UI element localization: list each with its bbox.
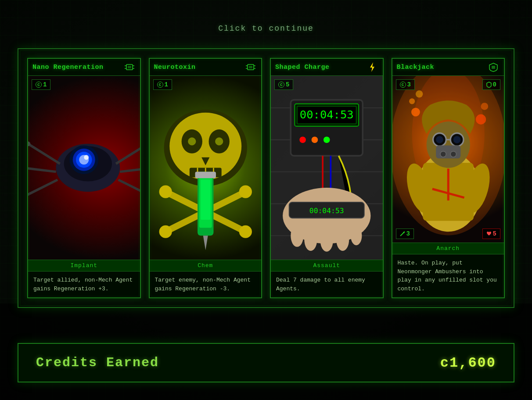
card-neurotoxin[interactable]: Neurotoxin	[149, 58, 262, 298]
card-header-blackjack: Blackjack	[392, 59, 504, 76]
card-image-shaped-charge: 00:04:53 00:04:53	[271, 76, 383, 260]
svg-point-91	[453, 136, 460, 143]
svg-point-13	[84, 155, 89, 160]
cost-value-nano: 1	[43, 81, 47, 88]
card-header-shaped-charge: Shaped Charge	[271, 59, 383, 76]
svg-rect-51	[201, 180, 210, 220]
svg-rect-93	[436, 146, 460, 159]
svg-text:00:04:53: 00:04:53	[300, 108, 354, 121]
svg-point-48	[239, 225, 252, 238]
card-type-blackjack: Anarch	[392, 243, 504, 254]
card-title-neurotoxin: Neurotoxin	[154, 64, 196, 71]
click-to-continue[interactable]: Click to continue	[218, 24, 314, 33]
svg-point-100	[481, 103, 488, 110]
svg-point-77	[351, 226, 362, 245]
cost-stat-neuro: c 1	[153, 79, 172, 90]
card-nano-regen[interactable]: Nano Regeneration	[27, 58, 141, 298]
card-desc-charge: Deal 7 damage to all enemy Agents.	[271, 271, 383, 297]
shield-stat-blackjack: 0	[482, 79, 500, 90]
svg-point-37	[188, 137, 196, 145]
svg-point-67	[312, 136, 318, 143]
svg-point-38	[215, 137, 223, 145]
svg-rect-1	[128, 66, 131, 68]
card-header-neurotoxin: Neurotoxin	[150, 59, 262, 76]
credits-value: c1,600	[440, 355, 496, 371]
cost-value-charge: 5	[286, 81, 289, 88]
card-type-charge: Assault	[271, 260, 383, 271]
credits-bar: Credits Earned c1,600	[18, 343, 514, 382]
svg-point-98	[415, 90, 423, 98]
svg-point-74	[304, 229, 317, 251]
card-title-blackjack: Blackjack	[397, 64, 435, 71]
svg-point-76	[336, 229, 349, 251]
cost-stat-nano: c 1	[32, 79, 50, 90]
card-image-nano-regen: c 1	[28, 76, 140, 260]
card-desc-neuro: Target enemy, non-Mech Agent gains Regen…	[150, 271, 262, 297]
svg-point-95	[450, 151, 456, 157]
cost-value-neuro: 1	[165, 81, 168, 88]
cost-stat-blackjack: c 3	[396, 79, 415, 90]
svg-point-90	[436, 136, 443, 143]
svg-point-73	[291, 225, 303, 247]
card-title-shaped-charge: Shaped Charge	[275, 64, 330, 71]
svg-text:00:04:53: 00:04:53	[309, 207, 344, 215]
lightning-icon-charge	[366, 62, 378, 72]
svg-point-87	[426, 121, 470, 168]
card-desc-nano: Target allied, non-Mech Agent gains Rege…	[28, 271, 140, 297]
card-desc-blackjack: Haste. On play, put Neonmonger Ambushers…	[392, 254, 504, 297]
credits-label: Credits Earned	[36, 355, 159, 370]
cards-panel: Nano Regeneration	[18, 48, 514, 308]
svg-point-66	[299, 136, 306, 143]
attack-stat-blackjack: 3	[396, 229, 414, 239]
svg-point-47	[159, 225, 172, 238]
chip-icon-neuro	[244, 62, 257, 72]
svg-point-96	[411, 108, 420, 117]
card-type-nano: Implant	[28, 260, 140, 271]
cards-container: Nano Regeneration	[27, 58, 505, 298]
svg-marker-54	[370, 62, 374, 72]
shield-value-blackjack: 0	[493, 81, 496, 88]
svg-point-45	[159, 186, 172, 198]
health-value-blackjack: 5	[493, 230, 496, 237]
svg-point-99	[476, 114, 486, 125]
svg-rect-53	[195, 172, 216, 179]
card-image-neurotoxin: c 1	[150, 76, 262, 260]
card-image-blackjack: c 3 0 3 5	[392, 76, 504, 243]
health-stat-blackjack: 5	[482, 229, 500, 239]
svg-rect-78	[492, 66, 495, 69]
svg-point-75	[320, 229, 333, 252]
cost-value-blackjack: 3	[407, 81, 411, 88]
svg-rect-27	[249, 66, 252, 68]
shield-icon-blackjack	[487, 62, 500, 72]
cost-stat-charge: c 5	[274, 79, 293, 90]
chip-icon-nano	[123, 62, 136, 72]
svg-point-97	[409, 98, 415, 104]
card-title-nano-regen: Nano Regeneration	[32, 64, 104, 71]
card-shaped-charge[interactable]: Shaped Charge	[270, 58, 384, 298]
card-header-nano-regen: Nano Regeneration	[28, 59, 140, 76]
svg-point-94	[440, 151, 446, 157]
card-blackjack[interactable]: Blackjack	[392, 58, 505, 298]
svg-point-46	[239, 186, 252, 198]
attack-value-blackjack: 3	[406, 230, 410, 237]
svg-point-68	[324, 136, 330, 143]
card-type-neuro: Chem	[150, 260, 262, 271]
